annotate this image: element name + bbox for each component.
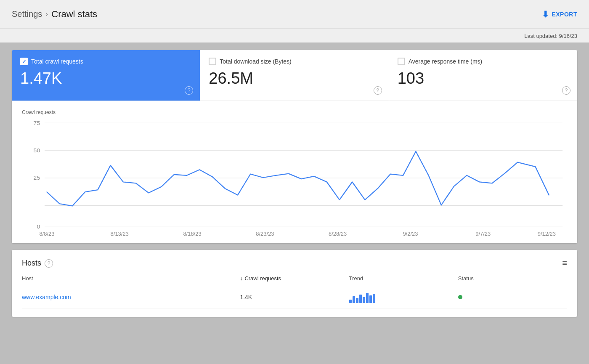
hosts-card: Hosts ? ≡ Host ↓ Crawl requests Trend St… bbox=[12, 250, 577, 317]
svg-text:8/18/23: 8/18/23 bbox=[183, 231, 201, 236]
metric-label-row-0: ✓ Total crawl requests bbox=[20, 58, 191, 65]
status-dot bbox=[458, 295, 462, 299]
trend-bar bbox=[366, 293, 369, 303]
trend-bar bbox=[369, 295, 372, 303]
help-icon-2[interactable]: ? bbox=[562, 86, 570, 95]
hosts-title: Hosts bbox=[22, 259, 41, 268]
hosts-header: Hosts ? ≡ bbox=[22, 258, 567, 268]
col-trend-header: Trend bbox=[349, 275, 458, 282]
last-updated-bar: Last updated: 9/16/23 bbox=[0, 29, 589, 43]
svg-text:9/12/23: 9/12/23 bbox=[538, 231, 556, 236]
hosts-title-group: Hosts ? bbox=[22, 259, 53, 268]
settings-link[interactable]: Settings bbox=[12, 9, 42, 19]
trend-bar bbox=[356, 298, 358, 303]
trend-sparkline bbox=[349, 291, 458, 303]
svg-text:9/2/23: 9/2/23 bbox=[403, 231, 418, 236]
main-content: ✓ Total crawl requests 1.47K ? Total dow… bbox=[0, 50, 589, 329]
metric-checkbox-2[interactable] bbox=[398, 58, 405, 65]
trend-bar bbox=[359, 295, 362, 303]
col-crawl-label: Crawl requests bbox=[244, 275, 281, 282]
metric-value-2: 103 bbox=[398, 69, 569, 88]
stats-card: ✓ Total crawl requests 1.47K ? Total dow… bbox=[12, 50, 577, 243]
col-host-header: Host bbox=[22, 275, 240, 282]
check-icon: ✓ bbox=[22, 58, 27, 65]
svg-text:0: 0 bbox=[37, 224, 40, 230]
trend-bar bbox=[353, 296, 355, 303]
metric-label-row-2: Average response time (ms) bbox=[398, 58, 569, 65]
chart-container: 75 50 25 0 8/8/23 8/13/23 8/18/23 8/23/2… bbox=[22, 119, 567, 236]
chart-area: Crawl requests 75 50 25 0 bbox=[12, 101, 577, 243]
sort-down-icon: ↓ bbox=[240, 275, 243, 282]
svg-text:8/13/23: 8/13/23 bbox=[111, 231, 129, 236]
svg-text:8/28/23: 8/28/23 bbox=[329, 231, 347, 236]
metric-value-1: 26.5M bbox=[209, 69, 380, 88]
metrics-row: ✓ Total crawl requests 1.47K ? Total dow… bbox=[12, 50, 577, 101]
cell-trend bbox=[349, 291, 458, 303]
breadcrumb: Settings › Crawl stats bbox=[12, 9, 97, 20]
cell-status bbox=[458, 293, 567, 301]
metric-label-row-1: Total download size (Bytes) bbox=[209, 58, 380, 65]
filter-icon[interactable]: ≡ bbox=[562, 258, 567, 268]
trend-bar bbox=[363, 297, 365, 303]
help-icon-0[interactable]: ? bbox=[185, 86, 193, 95]
cell-host[interactable]: www.example.com bbox=[22, 294, 240, 300]
svg-text:75: 75 bbox=[34, 120, 40, 126]
page-title: Crawl stats bbox=[51, 9, 97, 20]
svg-text:8/23/23: 8/23/23 bbox=[256, 231, 274, 236]
trend-bar bbox=[349, 300, 352, 303]
metric-tile-response-time[interactable]: Average response time (ms) 103 ? bbox=[389, 50, 577, 101]
chart-y-label: Crawl requests bbox=[22, 109, 567, 115]
export-icon: ⬇ bbox=[542, 9, 549, 19]
export-button[interactable]: ⬇ EXPORT bbox=[542, 9, 577, 19]
help-icon-1[interactable]: ? bbox=[374, 86, 382, 95]
metric-value-0: 1.47K bbox=[20, 69, 191, 88]
metric-title-0: Total crawl requests bbox=[31, 58, 83, 65]
breadcrumb-chevron: › bbox=[45, 10, 48, 19]
last-updated-text: Last updated: 9/16/23 bbox=[524, 33, 577, 39]
hosts-help-icon[interactable]: ? bbox=[45, 259, 53, 268]
export-label: EXPORT bbox=[552, 11, 577, 18]
metric-tile-crawl-requests[interactable]: ✓ Total crawl requests 1.47K ? bbox=[12, 50, 200, 101]
metric-title-2: Average response time (ms) bbox=[409, 58, 483, 65]
svg-text:25: 25 bbox=[34, 175, 40, 181]
table-header: Host ↓ Crawl requests Trend Status bbox=[22, 275, 567, 286]
metric-title-1: Total download size (Bytes) bbox=[220, 58, 291, 65]
table-row: www.example.com 1.4K bbox=[22, 286, 567, 308]
col-status-header: Status bbox=[458, 275, 567, 282]
cell-crawl: 1.4K bbox=[240, 294, 349, 300]
col-crawl-header[interactable]: ↓ Crawl requests bbox=[240, 275, 349, 282]
svg-text:50: 50 bbox=[34, 147, 40, 154]
svg-text:8/8/23: 8/8/23 bbox=[39, 231, 54, 236]
trend-bar bbox=[373, 294, 375, 303]
metric-checkbox-1[interactable] bbox=[209, 58, 216, 65]
svg-text:9/7/23: 9/7/23 bbox=[475, 231, 491, 236]
metric-checkbox-0[interactable]: ✓ bbox=[20, 58, 28, 65]
metric-tile-download-size[interactable]: Total download size (Bytes) 26.5M ? bbox=[200, 50, 389, 101]
top-bar: Settings › Crawl stats ⬇ EXPORT bbox=[0, 0, 589, 29]
chart-svg: 75 50 25 0 8/8/23 8/13/23 8/18/23 8/23/2… bbox=[22, 119, 567, 236]
